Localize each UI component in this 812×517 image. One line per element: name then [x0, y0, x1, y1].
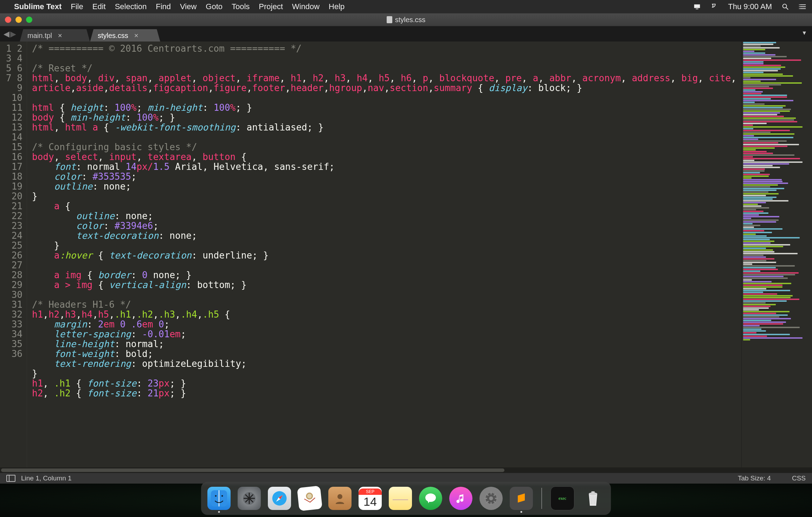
script-menu-icon[interactable]	[710, 2, 719, 11]
dock-app-contacts[interactable]	[328, 487, 352, 510]
svg-line-1	[786, 8, 788, 10]
menu-file[interactable]: File	[71, 2, 83, 11]
svg-rect-2	[800, 5, 806, 5]
tab-history-arrows: ◀ ▶	[0, 26, 20, 42]
dock-tile-exec[interactable]: exec	[550, 486, 574, 510]
menu-goto[interactable]: Goto	[206, 2, 223, 11]
app-name[interactable]: Sublime Text	[14, 2, 62, 11]
dock-app-system-preferences[interactable]	[479, 487, 503, 510]
dock-app-finder[interactable]	[207, 487, 231, 510]
tab-close-icon[interactable]: ✕	[134, 32, 138, 39]
tab-label: styles.css	[98, 32, 128, 40]
menu-selection[interactable]: Selection	[115, 2, 147, 11]
menu-edit[interactable]: Edit	[92, 2, 106, 11]
dock-trash[interactable]	[581, 487, 605, 510]
line-number-gutter[interactable]: 1 2 3 4 5 6 7 8 9 10 11 12 13 14 15 16 1…	[0, 42, 27, 473]
tab-back-icon[interactable]: ◀	[4, 30, 9, 39]
svg-point-0	[783, 4, 787, 8]
minimap[interactable]	[741, 42, 812, 473]
scrollbar-thumb[interactable]	[1, 468, 504, 472]
svg-point-18	[425, 493, 436, 502]
svg-rect-4	[800, 8, 806, 9]
svg-point-10	[221, 495, 223, 497]
dock-app-music[interactable]	[449, 487, 472, 510]
dock-app-launchpad[interactable]	[238, 487, 261, 510]
notification-center-icon[interactable]	[799, 2, 807, 11]
svg-point-30	[589, 492, 597, 495]
window-title-text: styles.css	[395, 16, 426, 24]
dock: SEP 14 exec	[201, 482, 611, 515]
running-indicator-icon	[521, 511, 522, 513]
status-cursor-position[interactable]: Line 1, Column 1	[21, 474, 72, 482]
tab-close-icon[interactable]: ✕	[58, 32, 62, 39]
menu-project[interactable]: Project	[259, 2, 283, 11]
window-title: styles.css	[0, 16, 812, 24]
menubar-clock[interactable]: Thu 9:00 AM	[728, 2, 772, 11]
horizontal-scrollbar[interactable]	[0, 467, 812, 473]
dock-divider	[541, 488, 542, 509]
menu-view[interactable]: View	[180, 2, 196, 11]
spotlight-search-icon[interactable]	[781, 2, 790, 11]
menu-tools[interactable]: Tools	[232, 2, 250, 11]
dock-app-notes[interactable]	[389, 487, 412, 510]
svg-point-6	[799, 6, 800, 7]
svg-rect-3	[800, 6, 806, 7]
tab-forward-icon[interactable]: ▶	[10, 30, 16, 39]
dock-app-calendar[interactable]: SEP 14	[359, 487, 382, 510]
menu-find[interactable]: Find	[156, 2, 171, 11]
running-indicator-icon	[218, 511, 220, 513]
svg-point-7	[799, 8, 800, 9]
calendar-month-label: SEP	[359, 489, 382, 495]
toggle-side-panel-icon[interactable]	[6, 475, 15, 482]
status-indent[interactable]: Tab Size: 4	[738, 474, 771, 482]
svg-point-17	[337, 494, 342, 499]
document-proxy-icon[interactable]	[387, 16, 392, 23]
status-syntax[interactable]: CSS	[792, 474, 806, 482]
tab-styles-css[interactable]: styles.css ✕	[90, 29, 160, 42]
svg-rect-31	[591, 491, 595, 493]
code-editor[interactable]: /* ========== © 2016 Centroarts.com ====…	[27, 42, 741, 473]
exec-tile-label: exec	[559, 496, 566, 501]
dock-app-messages[interactable]	[419, 487, 442, 510]
desktop-background: SEP 14 exec	[0, 484, 812, 517]
macos-menubar: Sublime Text File Edit Selection Find Vi…	[0, 0, 812, 13]
menu-window[interactable]: Window	[292, 2, 320, 11]
calendar-day-label: 14	[363, 495, 377, 508]
editor-area: 1 2 3 4 5 6 7 8 9 10 11 12 13 14 15 16 1…	[0, 42, 812, 473]
svg-point-5	[799, 4, 800, 5]
svg-point-9	[215, 495, 217, 497]
tab-main-tpl[interactable]: main.tpl ✕	[20, 29, 90, 42]
tab-bar: ◀ ▶ main.tpl ✕ styles.css ✕ ▼	[0, 26, 812, 42]
tab-label: main.tpl	[27, 32, 52, 40]
display-menu-icon[interactable]	[693, 2, 701, 11]
svg-point-21	[489, 497, 493, 500]
dock-app-safari[interactable]	[268, 487, 291, 510]
dock-app-mail[interactable]	[297, 486, 323, 511]
menu-help[interactable]: Help	[329, 2, 344, 11]
tab-overflow-icon[interactable]: ▼	[801, 30, 807, 36]
window-titlebar: styles.css	[0, 13, 812, 26]
dock-app-sublime-text[interactable]	[510, 487, 533, 510]
